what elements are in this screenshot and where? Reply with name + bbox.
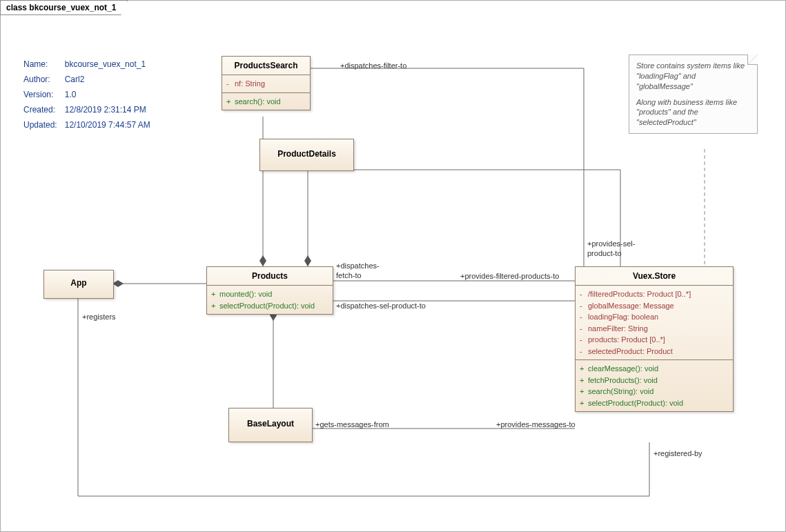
class-products[interactable]: Products +mounted(): void +selectProduct…	[206, 266, 333, 315]
class-base-layout[interactable]: BaseLayout	[228, 408, 313, 442]
class-app[interactable]: App	[43, 270, 114, 299]
class-attributes: -/filteredProducts: Product [0..*] -glob…	[576, 286, 733, 359]
label-provides-sel-product-to-2: product-to	[587, 249, 622, 257]
meta-name-label: Name:	[23, 57, 63, 71]
note-store-description[interactable]: Store contains system items like "loadin…	[629, 55, 758, 134]
meta-author-label: Author:	[23, 72, 63, 86]
meta-created: 12/8/2019 2:31:14 PM	[64, 103, 151, 117]
label-provides-filtered-products-to: +provides-filtered-products-to	[460, 272, 559, 280]
meta-updated: 12/10/2019 7:44:57 AM	[64, 118, 151, 132]
class-title: Vuex.Store	[576, 267, 733, 286]
class-operations: +clearMessage(): void +fetchProducts(): …	[576, 359, 733, 411]
class-title: Products	[207, 267, 333, 286]
label-registered-by: +registered-by	[654, 449, 703, 457]
diagram-title-tab: class bkcourse_vuex_not_1	[0, 0, 128, 15]
class-title: ProductsSearch	[222, 57, 310, 75]
class-vuex-store[interactable]: Vuex.Store -/filteredProducts: Product […	[575, 266, 734, 412]
label-dispatches-fetch-to-2: fetch-to	[336, 271, 362, 279]
meta-updated-label: Updated:	[23, 118, 63, 132]
label-dispatches-filter-to: +dispatches-filter-to	[340, 61, 406, 70]
class-operations: +search(): void	[222, 92, 310, 110]
label-registers: +registers	[82, 313, 116, 321]
class-title: App	[44, 270, 113, 295]
meta-created-label: Created:	[23, 103, 63, 117]
diagram-metadata: Name:bkcourse_vuex_not_1 Author:Carl2 Ve…	[21, 56, 153, 133]
class-attributes: -nf: String	[222, 75, 310, 92]
label-dispatches-sel-product-to: +dispatches-sel-product-to	[336, 302, 426, 310]
class-title: BaseLayout	[229, 408, 312, 439]
meta-name: bkcourse_vuex_not_1	[64, 57, 151, 71]
meta-version: 1.0	[64, 88, 151, 101]
label-gets-messages-from: +gets-messages-from	[315, 420, 389, 428]
label-provides-messages-to: +provides-messages-to	[496, 420, 576, 428]
meta-version-label: Version:	[23, 88, 63, 101]
class-products-search[interactable]: ProductsSearch -nf: String +search(): vo…	[222, 56, 311, 110]
note-line-1: Store contains system items like "loadin…	[636, 61, 750, 92]
meta-author: Carl2	[64, 72, 151, 86]
class-title: ProductDetails	[260, 139, 353, 168]
class-product-details[interactable]: ProductDetails	[259, 139, 354, 171]
diagram-canvas: class bkcourse_vuex_not_1 Name:bkcourse_…	[0, 0, 786, 532]
label-provides-sel-product-to-1: +provides-sel-	[587, 239, 635, 248]
note-line-2: Along with business items like "products…	[636, 97, 750, 128]
label-dispatches-fetch-to-1: +dispatches-	[336, 262, 380, 270]
class-operations: +mounted(): void +selectProduct(Product)…	[207, 286, 333, 314]
